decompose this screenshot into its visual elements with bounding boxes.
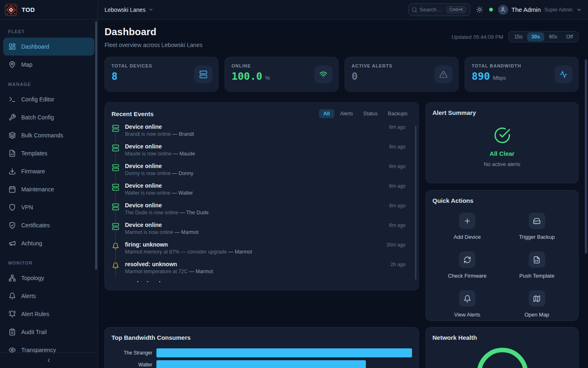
- event-row[interactable]: Device online6m ago Maude is now online …: [111, 143, 412, 163]
- stat-card-active-alerts: ACTIVE ALERTS 0: [345, 57, 459, 92]
- tab-status[interactable]: Status: [359, 109, 382, 118]
- bandwidth-bar-row: Walter: [111, 360, 412, 368]
- file-code-icon: [9, 150, 16, 157]
- event-description: Marmot is now online: [125, 229, 173, 235]
- fleet-name: Lebowski Lanes: [105, 7, 145, 13]
- tab-backups[interactable]: Backups: [383, 109, 412, 118]
- sidebar-item-batch-config[interactable]: Batch Config: [3, 108, 94, 126]
- server-icon: [111, 144, 120, 152]
- sidebar-item-achtung[interactable]: Achtung: [3, 234, 94, 252]
- event-row[interactable]: Device online6m ago Walter is now online…: [111, 182, 412, 202]
- add-device-button[interactable]: Add Device: [432, 213, 502, 240]
- sidebar-item-dashboard[interactable]: Dashboard: [3, 38, 94, 56]
- sidebar-item-vpn[interactable]: VPN: [3, 198, 94, 216]
- server-icon: [111, 203, 120, 211]
- stat-card-total-bandwidth: TOTAL BANDWIDTH 890 Mbps: [465, 57, 579, 92]
- event-description: The Dude is now online: [125, 210, 178, 215]
- check-firmware-button[interactable]: Check Firmware: [432, 251, 502, 279]
- calendar-icon: [9, 186, 16, 193]
- download-icon: [9, 168, 16, 175]
- event-row[interactable]: firing: unknown35m ago Marmot memory at …: [111, 241, 412, 261]
- event-row[interactable]: Device online6m ago The Dude is now onli…: [111, 202, 412, 222]
- recent-events-panel: Recent Events All Alerts Status Backups …: [105, 102, 419, 290]
- server-icon: [199, 70, 207, 79]
- dashboard-icon: [9, 43, 16, 50]
- sidebar-scrollbar[interactable]: [95, 21, 97, 270]
- refresh-off-button[interactable]: Off: [562, 32, 577, 41]
- sidebar-item-topology[interactable]: Topology: [3, 269, 94, 287]
- open-map-button[interactable]: Open Map: [502, 290, 572, 318]
- stat-value: 8: [111, 71, 118, 81]
- bell-icon: [111, 242, 120, 250]
- quick-action-label: Push Template: [519, 273, 555, 279]
- stat-suffix: %: [265, 75, 270, 81]
- connection-status-dot: [489, 8, 493, 11]
- sidebar-item-alert-rules[interactable]: Alert Rules: [3, 305, 94, 323]
- event-row[interactable]: resolved: unknown2h ago Marmot temperatu…: [111, 261, 412, 280]
- main-scrollbar[interactable]: [585, 59, 587, 254]
- tab-all[interactable]: All: [319, 109, 334, 118]
- event-time: 6m ago: [389, 203, 405, 209]
- sidebar-item-alerts[interactable]: Alerts: [3, 287, 94, 305]
- event-row[interactable]: resolved: unknown4h ago: [111, 280, 412, 282]
- top-bandwidth-panel: Top Bandwidth Consumers The Stranger Wal…: [105, 327, 419, 368]
- theme-toggle-button[interactable]: [476, 6, 483, 13]
- refresh-30s-button[interactable]: 30s: [527, 32, 545, 41]
- avatar: [498, 5, 508, 15]
- sidebar-item-label: Certificates: [21, 222, 50, 229]
- push-template-button[interactable]: Push Template: [502, 251, 572, 279]
- search-input[interactable]: [420, 7, 444, 13]
- quick-action-label: Open Map: [524, 312, 549, 318]
- main-content: Dashboard Fleet overview across Lebowski…: [98, 20, 588, 368]
- event-title: Device online: [125, 163, 162, 169]
- bell-ring-icon: [9, 310, 16, 318]
- shield-check-icon: [9, 222, 16, 229]
- event-time: 6m ago: [389, 164, 405, 169]
- clipboard-icon: [9, 328, 16, 336]
- user-menu[interactable]: The Admin Super Admin: [498, 5, 588, 15]
- events-scrollbar[interactable]: [415, 126, 416, 280]
- event-time: 2h ago: [390, 262, 405, 267]
- tab-alerts[interactable]: Alerts: [336, 109, 358, 118]
- event-time: 6m ago: [389, 222, 405, 228]
- event-device: — Donny: [172, 171, 193, 176]
- sidebar-collapse-button[interactable]: [0, 352, 98, 368]
- sidebar-item-certificates[interactable]: Certificates: [3, 216, 94, 234]
- quick-action-label: Add Device: [454, 234, 481, 240]
- event-row[interactable]: Device online6m ago Marmot is now online…: [111, 222, 412, 241]
- event-row[interactable]: Device online6m ago Brandt is now online…: [111, 123, 412, 143]
- bell-icon: [111, 281, 120, 282]
- sidebar-item-audit-trail[interactable]: Audit Trail: [3, 323, 94, 341]
- app-name: TOD: [22, 6, 35, 13]
- brand: TOD: [0, 0, 98, 19]
- sidebar-item-config-editor[interactable]: Config Editor: [3, 90, 94, 108]
- sidebar-item-label: Alerts: [21, 293, 36, 299]
- sidebar-item-map[interactable]: Map: [3, 56, 94, 74]
- event-time: 35m ago: [386, 242, 405, 248]
- page-title: Dashboard: [105, 26, 203, 38]
- event-time: 4h ago: [390, 281, 405, 282]
- view-alerts-button[interactable]: View Alerts: [432, 290, 502, 318]
- server-icon: [111, 124, 120, 132]
- sidebar-item-bulk-commands[interactable]: Bulk Commands: [3, 126, 94, 144]
- wifi-icon: [319, 70, 327, 79]
- topbar: TOD Lebowski Lanes Cmd+K The Admin Super…: [0, 0, 588, 20]
- plus-icon: [463, 217, 471, 225]
- sidebar-item-label: Templates: [21, 150, 47, 157]
- recent-events-title: Recent Events: [111, 110, 154, 117]
- sidebar-item-firmware[interactable]: Firmware: [3, 162, 94, 180]
- event-device: — Maude: [173, 151, 195, 157]
- event-row[interactable]: Device online6m ago Donny is now online …: [111, 163, 412, 182]
- sidebar-item-templates[interactable]: Templates: [3, 144, 94, 162]
- bar-label: The Stranger: [111, 350, 156, 356]
- quick-action-label: Check Firmware: [448, 273, 487, 279]
- search-box[interactable]: Cmd+K: [408, 3, 470, 16]
- fleet-selector[interactable]: Lebowski Lanes: [105, 7, 154, 13]
- sidebar-item-maintenance[interactable]: Maintenance: [3, 180, 94, 198]
- refresh-15s-button[interactable]: 15s: [510, 32, 527, 41]
- alert-triangle-icon: [439, 70, 448, 79]
- event-description: Walter is now online: [125, 190, 170, 196]
- sidebar-item-label: Config Editor: [21, 96, 54, 103]
- trigger-backup-button[interactable]: Trigger Backup: [502, 213, 572, 240]
- refresh-60s-button[interactable]: 60s: [544, 32, 561, 41]
